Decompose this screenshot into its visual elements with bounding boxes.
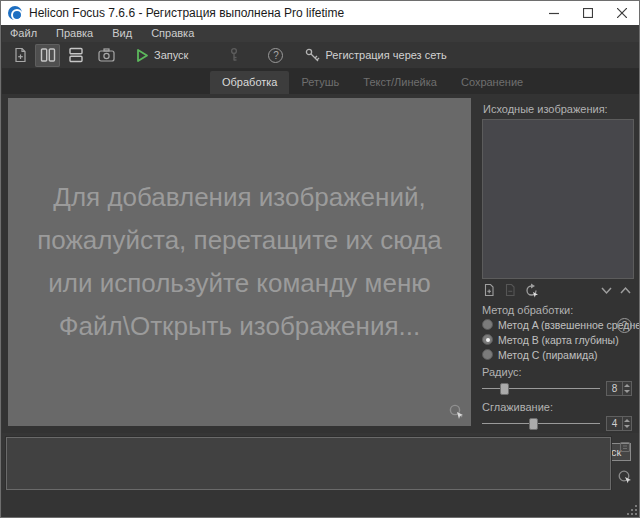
source-images-title: Исходные изображения:	[483, 103, 634, 115]
radius-slider[interactable]	[482, 382, 600, 396]
menu-view[interactable]: Вид	[112, 26, 142, 41]
help-icon: ?	[268, 48, 283, 63]
app-window: Helicon Focus 7.6.6 - Регистрация выполн…	[0, 0, 640, 518]
tab-processing-label: Обработка	[222, 76, 277, 88]
horizontal-split-view-button[interactable]	[63, 44, 88, 67]
method-help-icon[interactable]: ?	[617, 318, 632, 333]
camera-button[interactable]	[94, 44, 119, 67]
key-disabled-icon	[226, 47, 242, 63]
radio-method-c[interactable]	[482, 349, 493, 360]
log-panel[interactable]	[6, 437, 611, 490]
resize-grip-icon[interactable]	[626, 504, 637, 515]
reload-images-button[interactable]	[524, 283, 539, 298]
method-label: Метод обработки:	[482, 304, 634, 316]
titlebar: Helicon Focus 7.6.6 - Регистрация выполн…	[1, 1, 639, 25]
tab-retouching-label: Ретушь	[301, 76, 339, 88]
image-dropzone[interactable]: Для добавления изображений, пожалуйста, …	[8, 98, 471, 426]
radius-spinner[interactable]: 8	[606, 381, 632, 396]
log-zoom-icon[interactable]	[617, 469, 633, 485]
dropzone-text-line: Для добавления изображений,	[53, 176, 425, 219]
window-controls	[537, 1, 639, 25]
menu-file[interactable]: Файл	[10, 26, 47, 41]
app-logo-icon	[8, 6, 22, 20]
tab-text-scale-label: Текст/Линейка	[363, 76, 437, 88]
file-remove-small-icon	[503, 283, 517, 297]
smoothing-slider-track	[482, 423, 600, 424]
content-area: Для добавления изображений, пожалуйста, …	[2, 94, 640, 433]
file-plus-small-icon	[482, 283, 496, 297]
list-toolbar	[482, 281, 634, 299]
source-images-list[interactable]	[482, 119, 634, 279]
toolbar-run-button[interactable]: Запуск	[128, 44, 195, 67]
vertical-split-icon	[39, 46, 57, 64]
dropzone-text-line: пожалуйста, перетащите их сюда	[37, 219, 442, 262]
radius-slider-thumb[interactable]	[500, 383, 509, 395]
refresh-icon	[524, 283, 539, 298]
method-b-option[interactable]: Метод B (карта глубины)	[482, 333, 634, 346]
radius-spinner-arrows	[622, 382, 631, 395]
zoom-tool-icon[interactable]	[448, 403, 466, 421]
smoothing-slider[interactable]	[482, 417, 600, 431]
method-c-option[interactable]: Метод C (пирамида)	[482, 348, 634, 361]
radio-method-a[interactable]	[482, 319, 493, 330]
copy-log-icon[interactable]	[618, 440, 632, 454]
smoothing-decrement-button[interactable]	[623, 424, 631, 431]
play-icon	[135, 48, 149, 63]
maximize-icon	[583, 8, 593, 18]
register-online-label: Регистрация через сеть	[325, 49, 446, 61]
move-up-icon[interactable]	[619, 284, 632, 297]
tab-saving-label: Сохранение	[461, 76, 523, 88]
method-b-label: Метод B (карта глубины)	[498, 334, 619, 346]
reorder-controls	[600, 284, 634, 297]
key-icon	[304, 47, 321, 64]
remove-image-button	[503, 283, 517, 297]
close-button[interactable]	[605, 1, 639, 25]
smoothing-slider-thumb[interactable]	[529, 418, 538, 430]
toolbar: Запуск ? Регистрация через сеть	[2, 42, 640, 69]
tab-retouching[interactable]: Ретушь	[289, 71, 351, 94]
smoothing-value: 4	[607, 417, 622, 430]
minimize-button[interactable]	[537, 1, 571, 25]
maximize-button[interactable]	[571, 1, 605, 25]
log-panel-tools	[616, 438, 636, 488]
register-online-button[interactable]: Регистрация через сеть	[304, 44, 446, 67]
radius-slider-row: 8	[482, 381, 634, 396]
menu-help[interactable]: Справка	[151, 26, 204, 41]
menu-edit[interactable]: Правка	[56, 26, 103, 41]
radius-label: Радиус:	[482, 366, 634, 378]
dropzone-text-line: или используйте команду меню	[48, 262, 431, 305]
tab-saving[interactable]: Сохранение	[449, 71, 535, 94]
source-images-panel: Исходные изображения:	[478, 94, 638, 433]
tab-text-scale[interactable]: Текст/Линейка	[351, 71, 449, 94]
move-down-icon[interactable]	[600, 284, 613, 297]
tab-processing[interactable]: Обработка	[210, 71, 289, 94]
open-images-button[interactable]	[7, 44, 32, 67]
close-icon	[617, 8, 627, 18]
smoothing-label: Сглаживание:	[482, 401, 634, 413]
file-plus-icon	[11, 46, 29, 64]
horizontal-split-icon	[67, 46, 85, 64]
unregister-button	[221, 44, 246, 67]
smoothing-spinner-arrows	[622, 417, 631, 430]
smoothing-spinner[interactable]: 4	[606, 416, 632, 431]
radius-value: 8	[607, 382, 622, 395]
method-c-label: Метод C (пирамида)	[498, 349, 597, 361]
radius-decrement-button[interactable]	[623, 389, 631, 396]
tabbar: Обработка Ретушь Текст/Линейка Сохранени…	[2, 69, 640, 94]
minimize-icon	[549, 8, 559, 18]
add-image-button[interactable]	[482, 283, 496, 297]
statusbar	[2, 490, 640, 518]
vertical-split-view-button[interactable]	[35, 44, 60, 67]
radio-method-b[interactable]	[482, 334, 493, 345]
window-title: Helicon Focus 7.6.6 - Регистрация выполн…	[29, 6, 344, 20]
camera-icon	[97, 46, 116, 64]
method-a-option[interactable]: Метод A (взвешенное среднее)	[482, 318, 634, 331]
dropzone-text-line: Файл\Открыть изображения...	[59, 305, 420, 348]
toolbar-run-label: Запуск	[154, 49, 188, 61]
help-button[interactable]: ?	[263, 44, 288, 67]
smoothing-slider-row: 4	[482, 416, 634, 431]
menubar: Файл Правка Вид Справка	[2, 25, 640, 42]
